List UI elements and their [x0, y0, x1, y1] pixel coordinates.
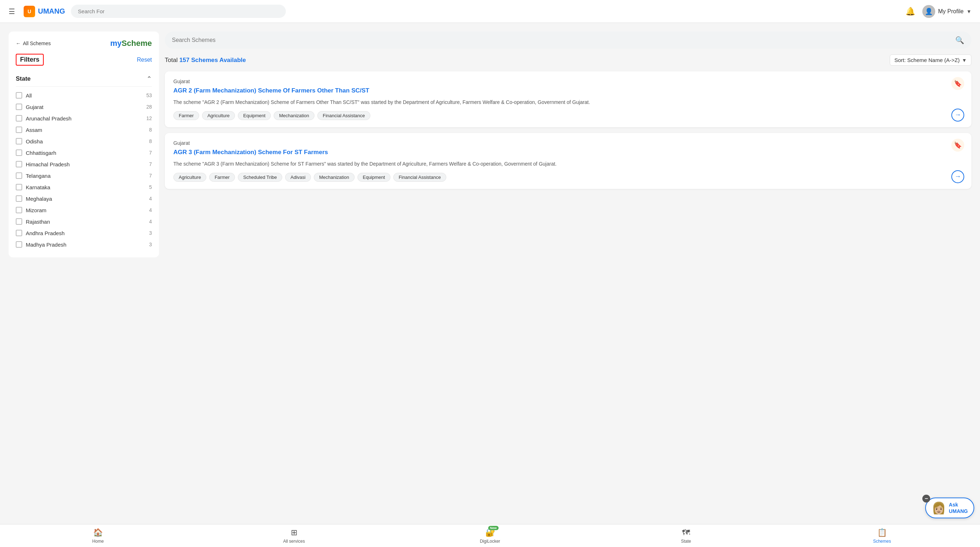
results-header: Total 157 Schemes Available Sort: Scheme…	[165, 54, 971, 65]
nav-item-digilocker[interactable]: 🔐 New DigiLocker	[392, 525, 588, 547]
filter-item[interactable]: Gujarat 28	[16, 101, 152, 113]
filter-item-label: Gujarat	[26, 104, 143, 110]
nav-item-all-services[interactable]: ⊞All services	[196, 525, 392, 547]
notification-bell-icon[interactable]: 🔔	[905, 7, 915, 16]
scheme-tag[interactable]: Financial Assistance	[317, 111, 371, 120]
bookmark-button[interactable]: 🔖	[951, 77, 964, 90]
filter-item-label: Mizoram	[26, 207, 145, 213]
filter-checkbox[interactable]	[16, 241, 22, 248]
nav-label: All services	[283, 539, 305, 544]
schemes-search-icon[interactable]: 🔍	[955, 36, 964, 45]
filter-checkbox[interactable]	[16, 126, 22, 133]
nav-badge: New	[488, 526, 499, 530]
scheme-tag[interactable]: Farmer	[209, 173, 235, 182]
filters-row: Filters Reset	[16, 54, 152, 65]
filter-checkbox[interactable]	[16, 207, 22, 213]
filter-item[interactable]: Mizoram 4	[16, 204, 152, 216]
filter-count: 3	[149, 242, 152, 247]
scheme-tag[interactable]: Scheduled Tribe	[238, 173, 282, 182]
scheme-card: 🔖 Gujarat AGR 2 (Farm Mechanization) Sch…	[165, 71, 971, 127]
content-area: 🔍 Total 157 Schemes Available Sort: Sche…	[165, 32, 980, 515]
nav-label: Home	[92, 539, 104, 544]
back-link[interactable]: ← All Schemes	[16, 40, 51, 46]
collapse-icon[interactable]: ⌃	[146, 75, 152, 83]
avatar: 👤	[922, 5, 935, 18]
card-arrow-button[interactable]: →	[951, 108, 964, 121]
filter-item[interactable]: Meghalaya 4	[16, 193, 152, 204]
filter-item[interactable]: Himachal Pradesh 7	[16, 158, 152, 170]
sort-dropdown[interactable]: Sort: Scheme Name (A->Z) ▼	[890, 54, 971, 65]
filter-count: 53	[146, 92, 152, 98]
myscheme-my: my	[110, 39, 122, 48]
filter-count: 12	[146, 115, 152, 121]
filter-item[interactable]: Assam 8	[16, 124, 152, 136]
filter-checkbox[interactable]	[16, 92, 22, 99]
card-tags: AgricultureFarmerScheduled TribeAdivasiM…	[173, 173, 963, 182]
profile-section[interactable]: 👤 My Profile ▼	[922, 5, 971, 18]
schemes-search-input[interactable]	[172, 37, 952, 43]
filter-count: 7	[149, 173, 152, 179]
filter-item-label: Meghalaya	[26, 196, 145, 202]
hamburger-icon[interactable]: ☰	[9, 7, 15, 16]
scheme-tag[interactable]: Equipment	[238, 111, 271, 120]
nav-item-schemes[interactable]: 📋Schemes	[784, 525, 980, 547]
scheme-tag[interactable]: Financial Assistance	[393, 173, 446, 182]
filter-checkbox[interactable]	[16, 230, 22, 236]
filter-checkbox[interactable]	[16, 172, 22, 179]
card-title[interactable]: AGR 3 (Farm Mechanization) Scheme For ST…	[173, 148, 963, 157]
filter-checkbox[interactable]	[16, 150, 22, 156]
card-description: The scheme "AGR 2 (Farm Mechanization) S…	[173, 99, 963, 106]
scheme-tag[interactable]: Agriculture	[173, 173, 206, 182]
header-search-input[interactable]	[71, 5, 286, 18]
scheme-tag[interactable]: Mechanization	[274, 111, 315, 120]
filter-checkbox[interactable]	[16, 138, 22, 144]
filter-checkbox[interactable]	[16, 161, 22, 167]
reset-button[interactable]: Reset	[137, 57, 152, 63]
filter-count: 8	[149, 127, 152, 132]
ask-umang-widget[interactable]: − 👩🏼 Ask UMANG	[925, 498, 974, 518]
collapse-widget-icon[interactable]: −	[922, 495, 930, 502]
filter-checkbox[interactable]	[16, 115, 22, 121]
nav-label: Schemes	[873, 539, 891, 544]
scheme-tag[interactable]: Farmer	[173, 111, 199, 120]
nav-item-state[interactable]: 🗺State	[588, 525, 784, 547]
filter-item[interactable]: Telangana 7	[16, 170, 152, 181]
schemes-search-bar: 🔍	[165, 32, 971, 49]
filter-item[interactable]: Andhra Pradesh 3	[16, 227, 152, 239]
filter-count: 4	[149, 207, 152, 213]
scheme-tag[interactable]: Equipment	[358, 173, 390, 182]
filter-item[interactable]: Karnataka 5	[16, 181, 152, 193]
filter-checkbox[interactable]	[16, 218, 22, 225]
back-label: All Schemes	[23, 40, 51, 46]
filter-count: 3	[149, 230, 152, 236]
ask-umang-mascot-icon: 👩🏼	[932, 501, 946, 515]
ask-umang-bubble[interactable]: 👩🏼 Ask UMANG	[925, 498, 974, 518]
filter-item[interactable]: Arunachal Pradesh 12	[16, 113, 152, 124]
nav-item-home[interactable]: 🏠Home	[0, 525, 196, 547]
sort-chevron-icon: ▼	[962, 57, 967, 63]
filter-checkbox[interactable]	[16, 195, 22, 202]
bookmark-button[interactable]: 🔖	[951, 139, 964, 152]
card-arrow-button[interactable]: →	[951, 170, 964, 183]
scheme-tag[interactable]: Mechanization	[314, 173, 355, 182]
filter-item[interactable]: Chhattisgarh 7	[16, 147, 152, 158]
filter-item[interactable]: Madhya Pradesh 3	[16, 239, 152, 250]
filter-item-label: Andhra Pradesh	[26, 230, 145, 236]
myscheme-scheme: Scheme	[122, 39, 152, 48]
filter-item[interactable]: All 53	[16, 89, 152, 101]
state-filter-title: State	[16, 75, 31, 83]
scheme-tag[interactable]: Agriculture	[202, 111, 235, 120]
scheme-tag[interactable]: Adivasi	[285, 173, 311, 182]
umang-logo-icon: U	[24, 6, 35, 17]
header-right: 🔔 👤 My Profile ▼	[905, 5, 971, 18]
nav-label: State	[681, 539, 691, 544]
filter-item[interactable]: Odisha 8	[16, 136, 152, 147]
filter-checkbox[interactable]	[16, 104, 22, 110]
results-suffix: Schemes Available	[191, 57, 246, 64]
card-title[interactable]: AGR 2 (Farm Mechanization) Scheme Of Far…	[173, 86, 963, 95]
filter-item[interactable]: Rajasthan 4	[16, 216, 152, 227]
filter-checkbox[interactable]	[16, 184, 22, 190]
state-filter-list: All 53 Gujarat 28 Arunachal Pradesh 12 A…	[16, 89, 152, 250]
filter-count: 4	[149, 218, 152, 224]
state-filter-section-header: State ⌃	[16, 71, 152, 87]
